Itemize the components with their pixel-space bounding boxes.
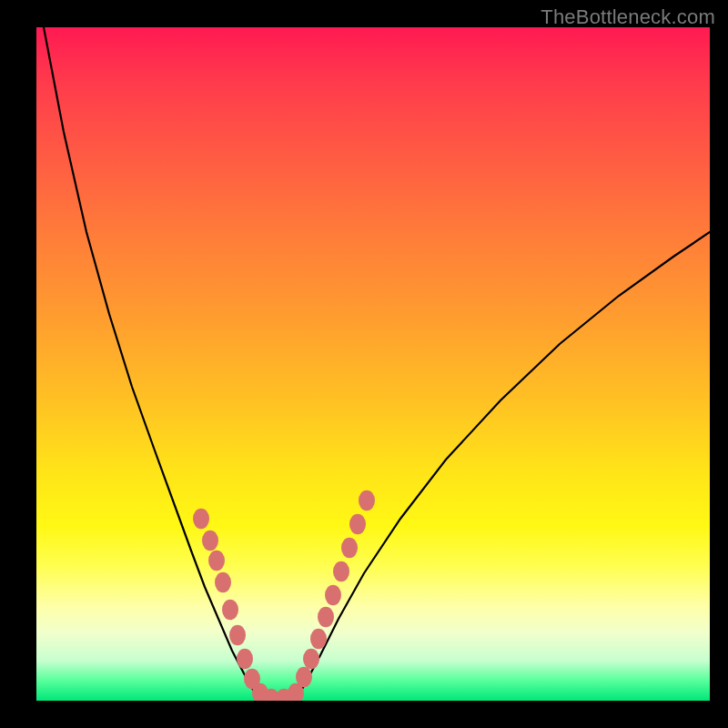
plot-area	[36, 27, 710, 701]
curve-left-branch	[44, 27, 259, 701]
highlight-dot	[310, 629, 327, 650]
highlight-dot	[333, 561, 349, 582]
highlight-dot	[318, 607, 334, 628]
highlight-dot	[341, 538, 358, 559]
highlight-dot	[222, 600, 238, 621]
highlight-dot	[237, 649, 253, 670]
chart-frame: TheBottleneck.com	[0, 0, 728, 728]
highlight-dot	[359, 490, 375, 511]
highlight-dot	[215, 572, 231, 593]
highlight-dot	[349, 514, 366, 535]
highlight-dot	[193, 509, 209, 530]
curve-right-branch	[296, 232, 710, 701]
highlight-dot	[208, 551, 225, 571]
watermark-text: TheBottleneck.com	[541, 5, 715, 29]
highlight-dot	[202, 531, 218, 551]
highlight-dot	[229, 625, 246, 646]
highlight-dot	[303, 649, 319, 670]
highlight-dot	[325, 585, 341, 606]
curve-layer	[36, 27, 710, 701]
highlight-dot	[296, 667, 312, 688]
marker-group	[193, 490, 375, 701]
